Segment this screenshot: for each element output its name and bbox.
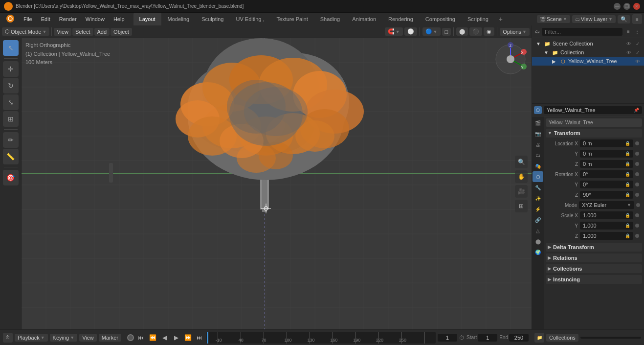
- location-z-dot[interactable]: [635, 162, 639, 166]
- rotation-x-value[interactable]: 0° 🔒: [580, 170, 633, 178]
- object-name-field[interactable]: Yellow_Walnut_Tree 📌: [544, 106, 642, 114]
- tab-texture-paint[interactable]: Texture Paint: [271, 13, 314, 25]
- object-menu[interactable]: Object: [111, 28, 132, 36]
- view-layer-selector[interactable]: 🗂 View Layer ▼: [572, 15, 616, 23]
- location-y-dot[interactable]: [635, 152, 639, 156]
- fps-icon[interactable]: ⏱: [459, 335, 465, 341]
- pan-button[interactable]: ✋: [515, 170, 528, 183]
- prop-constraints-icon[interactable]: 🔗: [533, 214, 543, 225]
- view-menu[interactable]: View: [54, 28, 71, 36]
- rendered-mode[interactable]: ◉: [484, 27, 494, 36]
- menu-render[interactable]: Render: [55, 15, 81, 23]
- rotation-x-dot[interactable]: [635, 172, 639, 176]
- collections-header[interactable]: ▶ Collections: [546, 264, 642, 273]
- rotation-mode-value[interactable]: XYZ Euler ▼: [579, 201, 634, 209]
- collections-label[interactable]: Collections: [546, 334, 578, 342]
- scale-x-dot[interactable]: [635, 213, 639, 217]
- tab-sculpting[interactable]: Sculpting: [196, 13, 229, 25]
- tab-uv-editing[interactable]: UV Editing ,: [230, 13, 270, 25]
- location-z-value[interactable]: 0 m 🔒: [580, 160, 633, 168]
- transform-section-header[interactable]: ▼ Transform: [546, 129, 642, 138]
- minimize-button[interactable]: —: [614, 3, 621, 10]
- mode-selector[interactable]: ⬡ Object Mode ▼: [2, 27, 49, 36]
- tab-modeling[interactable]: Modeling: [162, 13, 196, 25]
- jump-start-button[interactable]: ⏮: [136, 333, 146, 343]
- tool-rotate[interactable]: ↻: [3, 78, 19, 93]
- prop-object-data-icon[interactable]: △: [533, 225, 543, 236]
- maximize-button[interactable]: ❐: [623, 3, 630, 10]
- scale-x-lock[interactable]: 🔒: [625, 213, 630, 218]
- play-back-button[interactable]: ◀: [159, 333, 169, 343]
- collections-icon[interactable]: 📁: [534, 333, 544, 343]
- play-button[interactable]: ▶: [171, 333, 181, 343]
- add-menu[interactable]: Add: [94, 28, 110, 36]
- panel-collapse-handle[interactable]: [109, 163, 113, 183]
- prop-physics-icon[interactable]: ⚡: [533, 204, 543, 214]
- outliner-options-btn[interactable]: ⋮: [633, 28, 641, 36]
- xray-btn[interactable]: □: [442, 28, 451, 36]
- menu-file[interactable]: File: [20, 15, 36, 23]
- scene-selector[interactable]: 🎬 Scene ▼: [537, 15, 570, 23]
- tool-scale[interactable]: ⤡: [3, 94, 19, 110]
- tool-annotate[interactable]: ✏: [3, 132, 19, 148]
- timeline-icon[interactable]: ⏱: [3, 333, 13, 343]
- timeline-scrubber[interactable]: -10 40 70 100 130 160 190 220 250: [206, 332, 436, 344]
- scale-z-lock[interactable]: 🔒: [625, 233, 630, 238]
- scale-z-dot[interactable]: [635, 234, 639, 238]
- tool-select[interactable]: ↖: [3, 40, 19, 56]
- prop-output-icon[interactable]: 🖨: [533, 139, 543, 150]
- rotation-y-dot[interactable]: [635, 183, 639, 186]
- rotation-x-lock[interactable]: 🔒: [625, 172, 630, 177]
- close-button[interactable]: ✕: [633, 3, 640, 10]
- rotation-y-lock[interactable]: 🔒: [625, 182, 630, 187]
- marker-menu[interactable]: Marker: [99, 334, 121, 342]
- collection-check[interactable]: ✓: [634, 49, 641, 56]
- location-y-lock[interactable]: 🔒: [625, 151, 630, 156]
- menu-edit[interactable]: Edit: [37, 15, 54, 23]
- outliner-filter-btn[interactable]: ≡: [624, 28, 632, 36]
- location-y-value[interactable]: 0 m 🔒: [580, 150, 633, 158]
- tab-compositing[interactable]: Compositing: [420, 13, 461, 25]
- outliner-collection[interactable]: ▼ 📁 Collection 👁 ✓: [532, 48, 644, 57]
- start-frame-display[interactable]: 1: [478, 334, 497, 342]
- jump-end-button[interactable]: ⏭: [195, 333, 204, 343]
- tab-layout[interactable]: Layout: [133, 13, 161, 25]
- scale-y-value[interactable]: 1.000 🔒: [580, 222, 633, 230]
- view-menu-timeline[interactable]: View: [79, 334, 97, 342]
- rotation-z-lock[interactable]: 🔒: [625, 192, 630, 197]
- solid-mode[interactable]: ⬤: [456, 27, 468, 36]
- tab-animation[interactable]: Animation: [346, 13, 382, 25]
- tool-transform[interactable]: ⊞: [3, 111, 19, 127]
- collections-scrollbar[interactable]: [580, 337, 641, 339]
- scale-x-value[interactable]: 1.000 🔒: [580, 211, 633, 219]
- instancing-header[interactable]: ▶ Instancing: [546, 275, 642, 284]
- proportional-btn[interactable]: ⚪: [404, 27, 417, 36]
- tab-shading[interactable]: Shading: [314, 13, 346, 25]
- rotation-z-value[interactable]: 90° 🔒: [580, 191, 633, 199]
- tab-rendering[interactable]: Rendering: [382, 13, 419, 25]
- prop-material-icon[interactable]: ⬤: [533, 236, 543, 247]
- navigation-gizmo[interactable]: X Y Z: [493, 42, 528, 76]
- tree-visibility[interactable]: 👁: [634, 58, 641, 65]
- rotation-mode-dot[interactable]: [636, 203, 640, 207]
- delta-transform-header[interactable]: ▶ Delta Transform: [546, 243, 642, 252]
- scale-y-lock[interactable]: 🔒: [625, 223, 630, 228]
- keying-menu[interactable]: Keying ▼: [50, 334, 78, 342]
- prop-scene-icon[interactable]: 🎬: [533, 117, 543, 128]
- location-x-value[interactable]: 0 m 🔒: [580, 139, 633, 147]
- tab-add[interactable]: +: [495, 13, 507, 25]
- prop-particles-icon[interactable]: ✨: [533, 193, 543, 204]
- prop-view-layer-icon[interactable]: 🗂: [533, 150, 543, 161]
- tool-move[interactable]: ✛: [3, 61, 19, 77]
- tab-scripting[interactable]: Scripting: [462, 13, 494, 25]
- menu-window[interactable]: Window: [82, 15, 109, 23]
- prop-modifier-icon[interactable]: 🔧: [533, 182, 543, 193]
- scene-collection-check[interactable]: ✓: [634, 40, 641, 47]
- prop-render-icon[interactable]: 📷: [533, 128, 543, 139]
- rotation-z-dot[interactable]: [635, 193, 639, 197]
- step-forward-button[interactable]: ⏩: [183, 333, 193, 343]
- outliner-scene-collection[interactable]: ▼ 📁 Scene Collection 👁 ✓: [532, 39, 644, 48]
- scene-collection-visibility[interactable]: 👁: [625, 40, 632, 47]
- scale-z-value[interactable]: 1.000 🔒: [580, 232, 633, 240]
- options-btn[interactable]: Options ▼: [500, 28, 530, 36]
